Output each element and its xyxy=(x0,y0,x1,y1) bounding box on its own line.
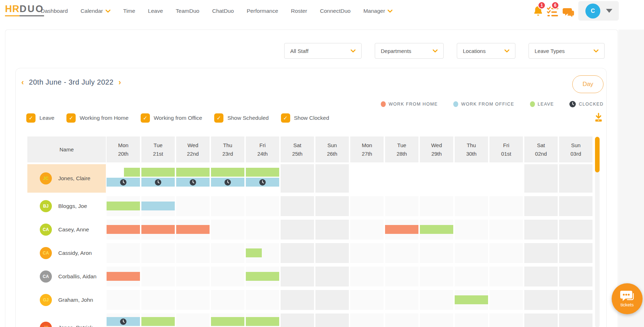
clock-icon xyxy=(120,179,126,186)
day-date: 28th xyxy=(396,150,407,158)
schedule-bar-office[interactable] xyxy=(141,178,175,187)
schedule-bar-leave[interactable] xyxy=(141,168,175,177)
schedule-bar-leave[interactable] xyxy=(246,272,279,281)
filter-dropdown-leave-types[interactable]: Leave Types xyxy=(529,43,605,59)
schedule-bar-office[interactable] xyxy=(141,202,175,210)
schedule-bar-leave[interactable] xyxy=(420,225,453,234)
row-name-cell[interactable]: CACassidy, Aron xyxy=(27,243,106,263)
day-name: Mon xyxy=(118,141,128,150)
schedule-bar-office[interactable] xyxy=(107,317,140,326)
hrduo-logo[interactable]: HRDUO xyxy=(5,4,44,15)
day-name: Tue xyxy=(397,141,406,150)
toggle-working-from-office[interactable]: ✓Working from Office xyxy=(141,113,202,123)
nav-item-roster[interactable]: Roster xyxy=(291,8,307,14)
filter-toggles: ✓Leave✓Working from Home✓Working from Of… xyxy=(26,113,329,123)
nav-item-chatduo[interactable]: ChatDuo xyxy=(212,8,234,14)
day-cell xyxy=(246,196,279,216)
schedule-bar-leave[interactable] xyxy=(211,168,244,177)
day-cell xyxy=(176,290,210,310)
day-cell xyxy=(559,243,592,263)
next-period-chevron-icon[interactable]: › xyxy=(119,79,121,86)
chevron-down-icon xyxy=(433,49,438,53)
schedule-bar-home[interactable] xyxy=(107,272,140,281)
filter-label: Departments xyxy=(381,48,411,54)
clock-icon xyxy=(190,179,196,186)
schedule-bar-home[interactable] xyxy=(141,225,175,234)
schedule-bar-leave[interactable] xyxy=(211,317,244,326)
logo-hr: HR xyxy=(5,4,20,16)
user-menu-caret-icon xyxy=(606,9,612,13)
schedule-bar-home[interactable] xyxy=(176,225,210,234)
schedule-bar-home[interactable] xyxy=(107,225,140,234)
day-cell xyxy=(455,313,488,327)
toggle-show-clocked[interactable]: ✓Show Clocked xyxy=(281,113,329,123)
day-cell xyxy=(141,243,175,263)
nav-item-leave[interactable]: Leave xyxy=(148,8,163,14)
filter-label: All Staff xyxy=(290,48,308,54)
tasks-badge: 6 xyxy=(551,1,559,9)
day-view-button[interactable]: Day xyxy=(572,75,604,93)
filter-bar: All StaffDepartmentsLocationsLeave Types xyxy=(284,43,605,59)
nav-item-label: Leave xyxy=(148,8,163,14)
toggle-show-scheduled[interactable]: ✓Show Scheduled xyxy=(214,113,269,123)
nav-item-connectduo[interactable]: ConnectDuo xyxy=(320,8,351,14)
schedule-bar-leave[interactable] xyxy=(246,248,262,257)
avatar: JP xyxy=(40,322,52,327)
nav-item-performance[interactable]: Performance xyxy=(247,8,278,14)
date-navigation: ‹ 20th June - 3rd July 2022 › xyxy=(21,78,121,86)
row-name-cell[interactable]: JCJones, Claire xyxy=(27,164,106,193)
row-name-cell[interactable]: BJBloggs, Joe xyxy=(27,196,106,216)
day-cell xyxy=(211,290,244,310)
filter-dropdown-locations[interactable]: Locations xyxy=(457,43,515,59)
day-cell xyxy=(315,290,349,310)
header-day-cell: Wed22nd xyxy=(176,136,210,162)
user-menu[interactable]: C xyxy=(578,1,619,21)
schedule-bar-office[interactable] xyxy=(176,178,210,187)
nav-item-dashboard[interactable]: Dashboard xyxy=(41,8,68,14)
day-cell xyxy=(246,220,279,240)
download-icon[interactable] xyxy=(594,113,603,123)
row-name-cell[interactable]: JPJones, Patrick xyxy=(27,313,106,327)
schedule-bar-office[interactable] xyxy=(107,178,140,187)
schedule-bar-leave[interactable] xyxy=(246,317,279,326)
notifications-bell-icon[interactable]: 1 xyxy=(532,5,544,19)
filter-dropdown-all-staff[interactable]: All Staff xyxy=(284,43,362,59)
day-cell xyxy=(524,196,558,216)
day-cell xyxy=(176,267,210,286)
grid-scrollbar-thumb[interactable] xyxy=(595,137,600,172)
chevron-down-icon xyxy=(351,49,356,53)
toggle-leave[interactable]: ✓Leave xyxy=(26,113,54,123)
row-name-cell[interactable]: CACorballis, Aidan xyxy=(27,267,106,286)
day-cell xyxy=(315,220,349,240)
nav-item-time[interactable]: Time xyxy=(123,8,135,14)
schedule-bar-home[interactable] xyxy=(385,225,418,234)
nav-item-manager[interactable]: Manager xyxy=(363,8,393,14)
row-name-cell[interactable]: GJGraham, John xyxy=(27,290,106,310)
tickets-button[interactable]: tickets xyxy=(612,283,643,314)
nav-item-calendar[interactable]: Calendar xyxy=(81,8,110,14)
day-cell xyxy=(315,243,349,263)
day-cell xyxy=(420,243,453,263)
filter-dropdown-departments[interactable]: Departments xyxy=(375,43,444,59)
nav-item-label: ChatDuo xyxy=(212,8,234,14)
day-cell xyxy=(246,290,279,310)
day-header-label: Mon20th xyxy=(107,136,140,162)
schedule-bar-leave[interactable] xyxy=(107,202,140,210)
tasks-list-icon[interactable]: 6 xyxy=(546,6,559,19)
prev-period-chevron-icon[interactable]: ‹ xyxy=(21,79,24,86)
bell-badge: 1 xyxy=(538,1,546,9)
chat-bubbles-icon[interactable] xyxy=(562,7,575,19)
schedule-bar-office[interactable] xyxy=(246,178,279,187)
avatar: CA xyxy=(40,247,52,259)
schedule-bar-office[interactable] xyxy=(211,178,244,187)
schedule-bar-leave[interactable] xyxy=(176,168,210,177)
toggle-working-from-home[interactable]: ✓Working from Home xyxy=(66,113,129,123)
nav-item-teamduo[interactable]: TeamDuo xyxy=(176,8,199,14)
row-name-cell[interactable]: CACasey, Anne xyxy=(27,220,106,240)
header-day-cell: Wed29th xyxy=(420,136,453,162)
schedule-bar-leave[interactable] xyxy=(246,168,279,177)
checkbox-checked: ✓ xyxy=(141,113,150,123)
schedule-bar-leave[interactable] xyxy=(124,168,140,177)
schedule-bar-leave[interactable] xyxy=(455,295,488,304)
schedule-bar-leave[interactable] xyxy=(141,317,175,326)
